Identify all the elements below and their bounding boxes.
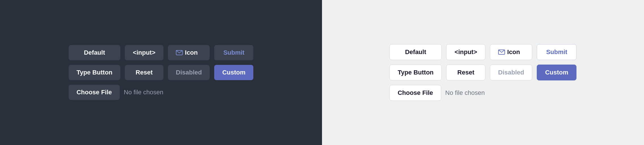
light-custom-button[interactable]: Custom (537, 65, 576, 80)
light-submit-button[interactable]: Submit (537, 44, 576, 60)
light-choose-file-button[interactable]: Choose File (390, 85, 441, 101)
dark-default-button[interactable]: Default (69, 45, 121, 60)
light-buttons-grid: Default <input> Icon Submit Type Button … (390, 44, 577, 101)
dark-choose-file-button[interactable]: Choose File (69, 85, 120, 100)
dark-buttons-grid: Default <input> Icon Submit Type Button … (69, 45, 254, 100)
light-disabled-button: Disabled (490, 65, 533, 80)
light-type-button[interactable]: Type Button (390, 65, 442, 80)
light-file-status: No file chosen (445, 89, 485, 97)
dark-custom-button[interactable]: Custom (214, 65, 253, 80)
envelope-icon-light (498, 50, 505, 55)
dark-file-row: Choose File No file chosen (69, 85, 163, 100)
dark-icon-button-label: Icon (185, 49, 198, 56)
dark-submit-button[interactable]: Submit (214, 45, 253, 60)
dark-input-button[interactable]: <input> (125, 45, 163, 60)
light-reset-button[interactable]: Reset (446, 65, 485, 80)
dark-panel: Default <input> Icon Submit Type Button … (0, 0, 322, 145)
light-icon-button-label: Icon (507, 48, 520, 56)
light-file-row: Choose File No file chosen (390, 85, 485, 101)
light-default-button[interactable]: Default (390, 44, 442, 60)
dark-file-status: No file chosen (124, 89, 163, 96)
light-input-button[interactable]: <input> (446, 44, 485, 60)
dark-icon-button[interactable]: Icon (168, 45, 210, 60)
dark-type-button[interactable]: Type Button (69, 65, 121, 80)
dark-disabled-button: Disabled (168, 65, 210, 80)
light-panel: Default <input> Icon Submit Type Button … (322, 0, 644, 145)
light-icon-button[interactable]: Icon (490, 44, 533, 60)
dark-reset-button[interactable]: Reset (125, 65, 163, 80)
envelope-icon (176, 50, 183, 55)
